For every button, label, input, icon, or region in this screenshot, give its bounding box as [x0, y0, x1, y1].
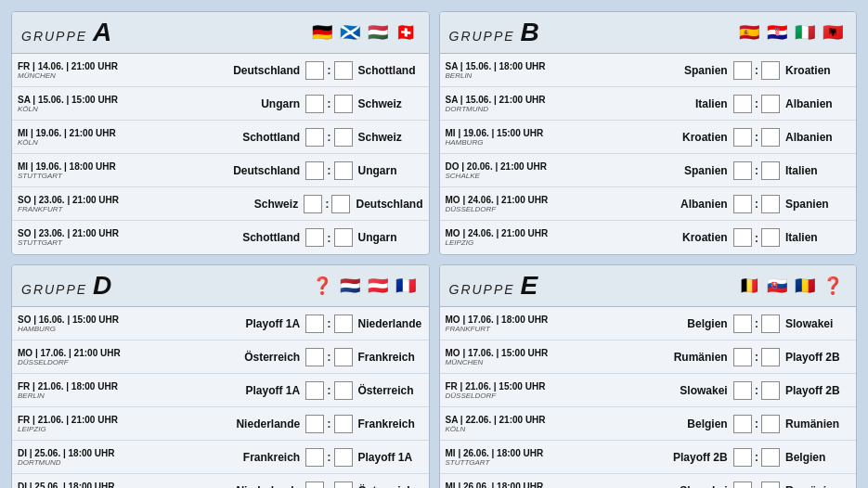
score-away: [334, 381, 353, 400]
home-team: Ungarn: [235, 97, 300, 110]
score-box: :: [305, 95, 352, 113]
match-info: MI | 26.06. | 18:00 UHR FRANKFURT: [446, 482, 555, 488]
score-away: [761, 95, 780, 113]
score-home: [733, 128, 752, 147]
match-venue: HAMBURG: [446, 138, 555, 147]
match-venue: HAMBURG: [18, 325, 127, 333]
home-team: Kroatien: [663, 131, 728, 144]
match-teams: Deutschland : Schottland: [127, 61, 423, 80]
score-away: [334, 95, 353, 113]
home-team: Spanien: [663, 64, 728, 77]
score-home: [305, 228, 324, 247]
score-box: :: [305, 448, 352, 467]
score-box: :: [733, 228, 780, 247]
match-venue: STUTTGART: [446, 458, 555, 467]
score-home: [733, 415, 752, 433]
match-info: MI | 19.06. | 18:00 UHR STUTTGART: [18, 161, 127, 180]
score-colon: :: [326, 484, 331, 489]
away-team: Ungarn: [358, 164, 423, 177]
flag-icon: 🇩🇪: [312, 24, 336, 41]
match-info: MO | 24.06. | 21:00 UHR LEIPZIG: [446, 228, 555, 247]
score-away: [334, 161, 353, 180]
score-away: [331, 195, 350, 213]
match-info: DI | 25.06. | 18:00 UHR BERLIN: [18, 482, 127, 488]
match-row: FR | 21.06. | 15:00 UHR DÜSSELDORF Slowa…: [440, 374, 857, 407]
score-colon: :: [326, 130, 331, 144]
home-team: Frankreich: [235, 451, 300, 464]
away-team: Frankreich: [358, 417, 423, 430]
flag-icon: 🇧🇪: [739, 277, 763, 294]
home-team: Playoff 1A: [235, 317, 300, 330]
match-teams: Italien : Albanien: [555, 95, 851, 113]
score-colon: :: [754, 450, 759, 464]
score-colon: :: [326, 231, 331, 245]
away-team: Rumänien: [785, 484, 850, 488]
score-colon: :: [326, 163, 331, 177]
score-home: [733, 482, 752, 488]
group-title-B: GRUPPE B: [449, 18, 539, 47]
away-team: Rumänien: [785, 417, 850, 430]
score-away: [761, 228, 780, 247]
score-colon: :: [326, 383, 331, 397]
match-teams: Österreich : Frankreich: [127, 348, 423, 366]
away-team: Schweiz: [358, 131, 423, 144]
match-date: MI | 19.06. | 21:00 UHR: [18, 128, 127, 138]
match-info: SO | 16.06. | 15:00 UHR HAMBURG: [18, 315, 127, 333]
score-box: :: [733, 348, 780, 366]
flag-icon: 🇳🇱: [340, 277, 364, 294]
home-team: Spanien: [663, 164, 728, 177]
flag-icon: 🇸🇰: [767, 277, 791, 294]
score-colon: :: [754, 417, 759, 430]
score-box: :: [305, 228, 352, 247]
away-team: Playoff 2B: [785, 384, 850, 397]
away-team: Ungarn: [358, 231, 423, 244]
score-colon: :: [324, 197, 330, 211]
match-teams: Schottland : Schweiz: [127, 128, 423, 147]
home-team: Niederlande: [235, 417, 300, 430]
score-away: [334, 128, 353, 147]
score-away: [334, 348, 353, 366]
flag-icon: 🇭🇷: [767, 24, 791, 41]
group-header-A: GRUPPE A🇩🇪🏴󠁧󠁢󠁳󠁣󠁴󠁿🇭🇺🇨🇭: [12, 12, 429, 54]
match-date: DO | 20.06. | 21:00 UHR: [446, 161, 555, 172]
match-row: MO | 17.06. | 18:00 UHR FRANKFURT Belgie…: [440, 307, 857, 340]
away-team: Frankreich: [358, 351, 423, 364]
score-box: :: [733, 195, 780, 213]
match-venue: FRANKFURT: [446, 325, 555, 333]
match-venue: STUTTGART: [18, 172, 127, 180]
score-box: :: [733, 61, 780, 80]
score-colon: :: [326, 350, 331, 364]
home-team: Albanien: [663, 198, 728, 211]
group-header-E: GRUPPE E🇧🇪🇸🇰🇷🇴❓: [440, 265, 857, 307]
score-home: [733, 381, 752, 400]
match-date: MO | 17.06. | 15:00 UHR: [446, 348, 555, 358]
match-venue: SCHALKE: [446, 172, 555, 180]
match-venue: FRANKFURT: [18, 205, 127, 213]
flag-icon: 🇭🇺: [368, 24, 392, 41]
home-team: Schottland: [235, 131, 300, 144]
group-A: GRUPPE A🇩🇪🏴󠁧󠁢󠁳󠁣󠁴󠁿🇭🇺🇨🇭 FR | 14.06. | 21:0…: [11, 11, 430, 255]
match-info: MO | 24.06. | 21:00 UHR DÜSSELDORF: [446, 195, 555, 213]
match-venue: DORTMUND: [446, 105, 555, 113]
match-teams: Playoff 1A : Österreich: [127, 381, 423, 400]
group-flags-B: 🇪🇸🇭🇷🇮🇹🇦🇱: [739, 24, 847, 41]
away-team: Italien: [785, 164, 850, 177]
home-team: Kroatien: [663, 231, 728, 244]
flag-icon: ❓: [823, 277, 847, 294]
group-header-B: GRUPPE B🇪🇸🇭🇷🇮🇹🇦🇱: [440, 12, 857, 54]
match-info: SA | 15.06. | 18:00 UHR BERLIN: [446, 61, 555, 80]
score-home: [733, 228, 752, 247]
home-team: Deutschland: [233, 64, 300, 77]
match-teams: Playoff 1A : Niederlande: [127, 315, 423, 333]
score-box: :: [733, 482, 780, 488]
match-teams: Ungarn : Schweiz: [127, 95, 423, 113]
home-team: Schottland: [235, 231, 300, 244]
score-home: [305, 315, 324, 333]
match-teams: Playoff 2B : Belgien: [555, 448, 851, 467]
match-row: SA | 22.06. | 21:00 UHR KÖLN Belgien : R…: [440, 407, 857, 441]
match-venue: KÖLN: [18, 105, 127, 113]
group-E: GRUPPE E🇧🇪🇸🇰🇷🇴❓ MO | 17.06. | 18:00 UHR …: [439, 264, 858, 488]
score-box: :: [305, 161, 352, 180]
score-box: :: [733, 128, 780, 147]
match-venue: DÜSSELDORF: [446, 205, 555, 213]
